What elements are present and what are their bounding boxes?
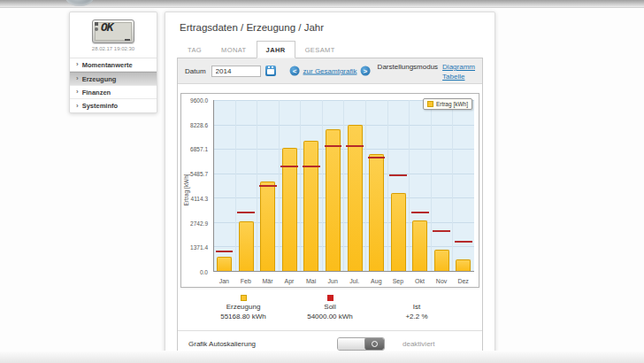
soll-marker-Nov <box>433 230 450 232</box>
chevron-right-icon: › <box>76 61 79 68</box>
chart-container: Ertrag [kWh] 9600.08228.66857.15485.7411… <box>180 93 479 288</box>
legend-label: Ertrag [kWh] <box>436 101 468 107</box>
month-slot-Apr <box>280 100 302 271</box>
x-tick-label: Aug <box>365 278 387 284</box>
tab-content: Datum < zur Gesamtgrafik > Darstellungsm… <box>177 58 483 358</box>
sidebar-item-erzeugung[interactable]: › Erzeugung <box>70 72 157 86</box>
lcd-dash-icon <box>125 39 130 41</box>
y-tick-label: 2742.9 <box>190 220 208 226</box>
ertrag-bar-Sep <box>391 193 406 271</box>
sidebar-item-label: Finanzen <box>82 89 111 97</box>
month-slot-Okt <box>410 100 432 271</box>
month-slot-Mai <box>301 100 323 271</box>
calendar-icon[interactable] <box>265 66 276 76</box>
x-tick-label: Mär <box>257 278 279 284</box>
logo-fragment <box>65 0 94 6</box>
x-tick-label: Mai <box>300 278 322 284</box>
month-slot-Aug <box>366 100 388 271</box>
summary-erzeugung: Erzeugung 55168.80 kWh <box>215 295 272 322</box>
tab-monat[interactable]: MONAT <box>211 41 257 58</box>
toggle-track <box>338 338 364 350</box>
month-slot-Sep <box>388 100 410 271</box>
erzeugung-swatch-icon <box>241 295 247 301</box>
summary-soll: Soll 54000.00 kWh <box>302 295 358 322</box>
y-tick-label: 9600.0 <box>190 97 208 104</box>
sidebar-item-momentanwerte[interactable]: › Momentanwerte <box>70 58 157 72</box>
overview-nav: < zur Gesamtgrafik > <box>290 66 371 76</box>
month-slot-Jul. <box>344 100 366 271</box>
month-slot-Dez <box>453 100 474 271</box>
x-tick-label: Sep <box>387 278 410 284</box>
main-panel: Ertragsdaten / Erzeugung / Jahr TAG MONA… <box>165 12 495 363</box>
x-tick-label: Nov <box>431 278 453 284</box>
prev-year-button[interactable]: < <box>290 66 300 76</box>
toggle-off-icon <box>372 341 378 347</box>
summary-value: 54000.00 kWh <box>302 313 358 322</box>
soll-swatch-icon <box>327 295 334 301</box>
y-tick-label: 6857.1 <box>190 146 208 152</box>
month-slot-Nov <box>432 100 454 271</box>
soll-marker-Jun <box>325 145 342 147</box>
tab-bar: TAG MONAT JAHR GESAMT <box>178 41 494 58</box>
soll-marker-Feb <box>237 212 255 213</box>
x-tick-label: Jul. <box>343 278 365 284</box>
display-mode-group: Darstellungsmodus Diagramm Tabelle <box>378 61 475 81</box>
tab-tag[interactable]: TAG <box>178 41 211 58</box>
chart-toolbar: Datum < zur Gesamtgrafik > Darstellungsm… <box>178 58 482 84</box>
lcd-dot-icon <box>95 27 98 31</box>
bars-row <box>214 100 474 271</box>
legend-yellow-swatch <box>427 101 433 107</box>
sidebar-item-finanzen[interactable]: › Finanzen <box>70 86 157 99</box>
tab-gesamt[interactable]: GESAMT <box>295 41 345 58</box>
date-input[interactable] <box>211 66 261 77</box>
sidebar-item-systeminfo[interactable]: › Systeminfo <box>70 99 157 112</box>
ertrag-bar-Aug <box>369 154 384 271</box>
autoscale-label: Grafik Autoskalierung <box>188 340 337 348</box>
soll-marker-Jan <box>216 251 234 252</box>
x-tick-label: Jun <box>322 278 344 284</box>
y-tick-label: 0.0 <box>200 269 208 275</box>
y-tick-label: 5485.7 <box>190 171 208 177</box>
mode-link-tabelle[interactable]: Tabelle <box>442 73 475 81</box>
lcd-status-text: OK <box>101 20 113 34</box>
plot-area <box>213 100 474 272</box>
overview-link[interactable]: zur Gesamtgrafik <box>303 67 357 75</box>
autoscale-toggle[interactable] <box>337 337 385 351</box>
month-slot-Jun <box>323 100 345 271</box>
lcd-grid-icon <box>95 22 98 26</box>
page-footer-fade <box>0 351 644 363</box>
summary-ist: Ist +2.2 % <box>388 295 445 322</box>
soll-marker-Apr <box>280 166 298 167</box>
toggle-knob <box>364 338 384 350</box>
x-tick-label: Apr <box>279 278 301 284</box>
soll-marker-Mai <box>303 166 320 167</box>
sidebar-item-label: Systeminfo <box>82 102 118 110</box>
next-year-button[interactable]: > <box>360 66 370 76</box>
autoscale-state: deaktiviert <box>402 340 434 348</box>
x-tick-label: Feb <box>235 278 257 284</box>
month-slot-Mär <box>257 100 280 271</box>
soll-marker-Mär <box>259 185 277 187</box>
soll-marker-Jul. <box>346 145 364 147</box>
soll-marker-Sep <box>389 174 407 176</box>
device-timestamp: 28.02.17 19:02:30 <box>70 46 157 51</box>
month-slot-Jan <box>214 100 236 271</box>
soll-marker-Aug <box>368 157 386 158</box>
ertrag-bar-Feb <box>239 221 254 271</box>
y-tick-label: 1371.4 <box>190 244 208 251</box>
x-axis-labels: JanFebMärAprMaiJunJul.AugSepOktNovDez <box>213 278 474 284</box>
soll-marker-Dez <box>455 241 472 243</box>
mode-link-diagramm[interactable]: Diagramm <box>442 63 475 71</box>
soll-marker-Okt <box>411 212 429 213</box>
chart-legend: Ertrag [kWh] <box>423 98 472 110</box>
y-tick-label: 8228.6 <box>190 121 208 127</box>
ertrag-bar-Dez <box>456 259 471 271</box>
ertrag-bar-Okt <box>412 220 427 271</box>
display-mode-label: Darstellungsmodus <box>378 63 438 71</box>
sidebar-panel: OK 28.02.17 19:02:30 › Momentanwerte › E… <box>69 12 157 113</box>
sidebar-item-label: Momentanwerte <box>82 61 133 69</box>
ertrag-bar-Mär <box>260 182 275 271</box>
y-axis-labels: 9600.08228.66857.15485.74114.32742.91371… <box>181 100 211 272</box>
tab-jahr[interactable]: JAHR <box>257 41 295 58</box>
device-lcd-display: OK <box>92 19 134 43</box>
